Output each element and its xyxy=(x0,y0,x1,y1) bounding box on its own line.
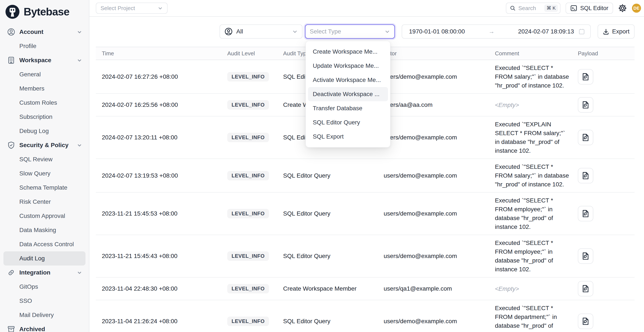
date-range-end[interactable]: 2024-02-07 18:09:13 xyxy=(518,28,574,35)
sidebar-item-label: Data Masking xyxy=(19,227,56,234)
cell-audit-type: SQL Editor Query xyxy=(283,210,384,217)
sidebar-item-sql-review[interactable]: SQL Review xyxy=(4,152,86,166)
date-range-picker[interactable]: 1970-01-01 08:00:00 → 2024-02-07 18:09:1… xyxy=(402,24,591,39)
view-payload-button[interactable] xyxy=(578,97,593,113)
user-avatar[interactable]: DE xyxy=(632,4,641,13)
sidebar-item-slow-query[interactable]: Slow Query xyxy=(4,166,86,180)
sidebar-item-label: Slow Query xyxy=(19,170,50,177)
sidebar-item-debug-log[interactable]: Debug Log xyxy=(4,124,86,138)
cell-comment: Executed `"SELECT * FROM department;"` i… xyxy=(495,304,578,332)
actor-filter-select[interactable]: All xyxy=(220,24,302,39)
menu-item-sql-editor-query[interactable]: SQL Editor Query xyxy=(308,115,388,130)
table-row: 2023-11-04 22:48:30 +08:00 LEVEL_INFO Cr… xyxy=(96,278,634,300)
cell-time: 2024-02-07 13:19:53 +08:00 xyxy=(96,172,227,179)
brand-logo[interactable]: Bytebase xyxy=(0,0,89,20)
column-header-audit-level: Audit Level xyxy=(227,50,283,57)
chevron-down-icon xyxy=(77,29,82,34)
menu-item-create-workspace-member[interactable]: Create Workspace Me... xyxy=(308,45,388,59)
sidebar-item-schema-template[interactable]: Schema Template xyxy=(4,180,86,195)
link-icon xyxy=(7,268,16,277)
sidebar-item-general[interactable]: General xyxy=(4,67,86,81)
sidebar-item-label: Integration xyxy=(19,269,50,276)
topbar-right: Search ⌘ K SQL Editor DE xyxy=(506,2,641,14)
bytebase-app: Bytebase Account Profile Workspace Gener… xyxy=(0,0,644,332)
cell-time: 2023-11-04 21:26:24 +08:00 xyxy=(96,318,227,325)
cell-time: 2023-11-04 22:48:30 +08:00 xyxy=(96,285,227,292)
sidebar-item-mail-delivery[interactable]: Mail Delivery xyxy=(4,308,86,322)
cell-comment: Executed `"SELECT * FROM employee;"` in … xyxy=(495,196,578,231)
cell-comment: Executed `"SELECT * FROM salary;"` in da… xyxy=(495,162,578,189)
chevron-down-icon xyxy=(77,58,82,63)
export-button[interactable]: Export xyxy=(598,24,634,39)
column-header-payload: Payload xyxy=(578,50,634,57)
export-label: Export xyxy=(612,28,630,35)
menu-item-transfer-database[interactable]: Transfer Database xyxy=(308,101,388,115)
sidebar-item-data-masking[interactable]: Data Masking xyxy=(4,223,86,237)
sidebar-item-subscription[interactable]: Subscription xyxy=(4,110,86,124)
sidebar-item-integration[interactable]: Integration xyxy=(4,266,86,280)
archive-icon xyxy=(7,325,16,332)
brand-name: Bytebase xyxy=(24,5,70,18)
cell-time: 2024-02-07 16:27:26 +08:00 xyxy=(96,73,227,80)
sidebar: Bytebase Account Profile Workspace Gener… xyxy=(0,0,89,332)
settings-gear-icon[interactable] xyxy=(618,4,627,12)
date-range-start[interactable]: 1970-01-01 08:00:00 xyxy=(409,28,465,35)
sidebar-item-risk-center[interactable]: Risk Center xyxy=(4,195,86,209)
chevron-down-icon xyxy=(292,29,298,34)
arrow-right-icon: → xyxy=(465,28,518,35)
audit-level-badge: LEVEL_INFO xyxy=(227,100,269,110)
view-payload-button[interactable] xyxy=(578,281,593,296)
sidebar-item-label: Account xyxy=(19,28,44,35)
sidebar-item-account[interactable]: Account xyxy=(4,25,86,39)
cell-comment: Executed `"EXPLAIN SELECT * FROM salary;… xyxy=(495,120,578,155)
view-payload-button[interactable] xyxy=(578,130,593,145)
search-icon xyxy=(510,5,516,11)
sidebar-item-label: Archived xyxy=(19,326,45,332)
sidebar-item-gitops[interactable]: GitOps xyxy=(4,280,86,294)
view-payload-button[interactable] xyxy=(578,168,593,183)
sidebar-item-label: SQL Review xyxy=(19,156,53,163)
sidebar-item-archived[interactable]: Archived xyxy=(4,322,86,332)
sidebar-item-label: Mail Delivery xyxy=(19,312,54,319)
cell-actor: users/demo@example.com xyxy=(384,253,495,260)
column-header-actor: Actor xyxy=(384,50,495,57)
sidebar-item-audit-log[interactable]: Audit Log xyxy=(4,251,86,266)
view-payload-button[interactable] xyxy=(578,314,593,329)
menu-item-sql-export[interactable]: SQL Export xyxy=(308,130,388,144)
sidebar-item-label: Members xyxy=(19,85,44,92)
chevron-down-icon xyxy=(77,143,82,148)
building-icon xyxy=(7,56,16,65)
menu-item-update-workspace-member[interactable]: Update Workspace Me... xyxy=(308,59,388,73)
view-payload-button[interactable] xyxy=(578,248,593,264)
sidebar-item-sso[interactable]: SSO xyxy=(4,294,86,308)
audit-type-filter-select[interactable]: Select Type xyxy=(305,24,395,39)
sidebar-item-workspace[interactable]: Workspace xyxy=(4,53,86,67)
view-payload-button[interactable] xyxy=(578,69,593,85)
search-placeholder: Search xyxy=(518,5,542,11)
sidebar-item-data-access-control[interactable]: Data Access Control xyxy=(4,237,86,251)
sidebar-item-custom-roles[interactable]: Custom Roles xyxy=(4,96,86,110)
sidebar-item-members[interactable]: Members xyxy=(4,81,86,96)
cell-actor: users/demo@example.com xyxy=(384,318,495,325)
select-project-dropdown[interactable]: Select Project xyxy=(96,2,168,14)
cell-comment: Executed `"SELECT * FROM salary;"` in da… xyxy=(495,63,578,90)
audit-type-dropdown-menu: Create Workspace Me... Update Workspace … xyxy=(306,41,390,148)
table-row: 2023-11-21 15:45:53 +08:00 LEVEL_INFO SQ… xyxy=(96,193,634,235)
menu-item-deactivate-workspace-member[interactable]: Deactivate Workspace ... xyxy=(308,87,388,101)
search-input[interactable]: Search ⌘ K xyxy=(506,2,560,14)
view-payload-button[interactable] xyxy=(578,206,593,221)
menu-item-activate-workspace-member[interactable]: Activate Workspace Me... xyxy=(308,73,388,87)
sidebar-item-label: SSO xyxy=(19,298,32,304)
cell-audit-type: Create Workspace Member xyxy=(283,285,384,292)
file-search-icon xyxy=(581,72,590,81)
audit-level-badge: LEVEL_INFO xyxy=(227,209,269,218)
cell-actor: users/demo@example.com xyxy=(384,73,495,80)
sidebar-item-label: Data Access Control xyxy=(19,241,74,248)
sidebar-item-custom-approval[interactable]: Custom Approval xyxy=(4,209,86,223)
sql-editor-button[interactable]: SQL Editor xyxy=(566,2,613,14)
sidebar-item-label: GitOps xyxy=(19,283,38,290)
sidebar-item-security-policy[interactable]: Security & Policy xyxy=(4,138,86,152)
table-row: 2023-11-21 15:45:43 +08:00 LEVEL_INFO SQ… xyxy=(96,235,634,278)
sidebar-item-label: Subscription xyxy=(19,114,52,120)
sidebar-item-profile[interactable]: Profile xyxy=(4,39,86,53)
